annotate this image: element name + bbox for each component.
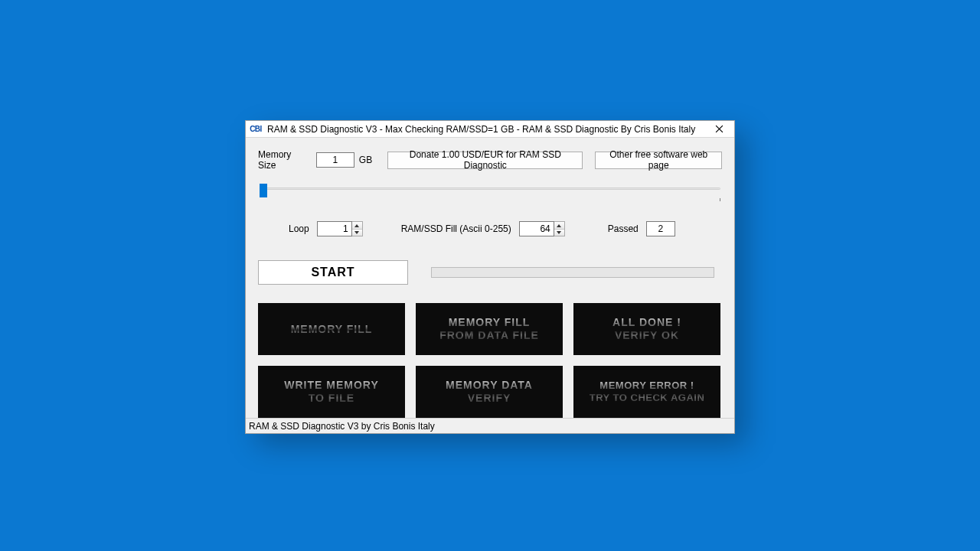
close-icon bbox=[715, 125, 724, 133]
loop-spinner[interactable] bbox=[352, 221, 363, 236]
memory-size-input[interactable] bbox=[316, 152, 354, 168]
chevron-down-icon bbox=[557, 231, 561, 234]
passed-field bbox=[646, 221, 675, 236]
progress-bar bbox=[431, 267, 714, 278]
status-panels: MEMORY FILL MEMORY FILL FROM DATA FILE A… bbox=[258, 303, 720, 418]
chevron-down-icon bbox=[354, 231, 359, 234]
fill-label: RAM/SSD Fill (Ascii 0-255) bbox=[401, 223, 511, 234]
memory-size-label: Memory Size bbox=[258, 149, 312, 171]
close-button[interactable] bbox=[704, 121, 734, 137]
start-button[interactable]: START bbox=[258, 260, 408, 285]
slider-thumb[interactable] bbox=[260, 184, 267, 197]
fill-spinner[interactable] bbox=[554, 221, 565, 236]
loop-input[interactable] bbox=[317, 221, 352, 236]
app-icon: CBI bbox=[249, 123, 263, 135]
panel-memory-error: MEMORY ERROR ! TRY TO CHECK AGAIN bbox=[573, 366, 720, 418]
start-row: START bbox=[258, 260, 722, 285]
panel-memory-fill: MEMORY FILL bbox=[258, 303, 405, 355]
donate-button[interactable]: Donate 1.00 USD/EUR for RAM SSD Diagnost… bbox=[387, 152, 583, 169]
loop-spin-up[interactable] bbox=[352, 222, 362, 230]
fill-input[interactable] bbox=[519, 221, 554, 236]
window-title: RAM & SSD Diagnostic V3 - Max Checking R… bbox=[267, 124, 704, 135]
other-software-button[interactable]: Other free software web page bbox=[595, 152, 722, 169]
top-row: Memory Size GB Donate 1.00 USD/EUR for R… bbox=[258, 150, 722, 170]
slider-tick bbox=[720, 198, 720, 201]
fill-spin-down[interactable] bbox=[554, 230, 564, 236]
memory-size-unit: GB bbox=[359, 155, 372, 165]
loop-spin-down[interactable] bbox=[352, 230, 362, 236]
passed-label: Passed bbox=[608, 223, 639, 234]
progress-area bbox=[431, 267, 714, 278]
slider-track-line bbox=[266, 187, 720, 190]
client-area: Memory Size GB Donate 1.00 USD/EUR for R… bbox=[246, 138, 734, 418]
titlebar[interactable]: CBI RAM & SSD Diagnostic V3 - Max Checki… bbox=[246, 121, 734, 138]
loop-label: Loop bbox=[289, 223, 309, 234]
fill-spin-up[interactable] bbox=[554, 222, 564, 230]
panel-memory-data-verify: MEMORY DATA VERIFY bbox=[416, 366, 563, 418]
chevron-up-icon bbox=[557, 224, 561, 227]
status-text: RAM & SSD Diagnostic V3 by Cris Bonis It… bbox=[249, 421, 435, 432]
params-row: Loop RAM/SSD Fill (Ascii 0-255) bbox=[258, 220, 722, 237]
chevron-up-icon bbox=[354, 224, 359, 227]
panel-all-done: ALL DONE ! VERIFY OK bbox=[573, 303, 720, 355]
statusbar: RAM & SSD Diagnostic V3 by Cris Bonis It… bbox=[246, 418, 734, 433]
memory-size-slider[interactable] bbox=[260, 184, 720, 201]
panel-memory-fill-from-file: MEMORY FILL FROM DATA FILE bbox=[416, 303, 563, 355]
app-window: CBI RAM & SSD Diagnostic V3 - Max Checki… bbox=[245, 120, 735, 434]
panel-write-memory-to-file: WRITE MEMORY TO FILE bbox=[258, 366, 405, 418]
